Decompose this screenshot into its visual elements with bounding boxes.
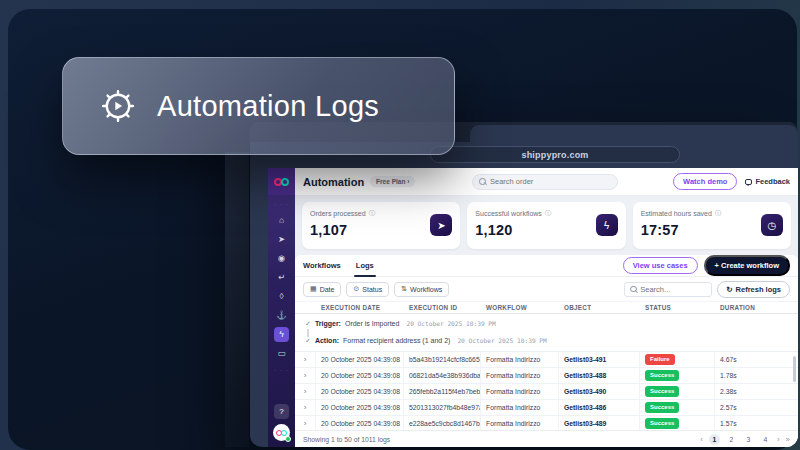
search-icon xyxy=(630,286,637,293)
refresh-logs-button[interactable]: ↻ Refresh logs xyxy=(717,281,790,298)
cell-duration: 1.57s xyxy=(715,416,798,430)
column-header[interactable]: WORKFLOW xyxy=(481,304,559,311)
action-timestamp: 20 October 2025 10:39 PM xyxy=(457,337,546,344)
browser-tab[interactable] xyxy=(470,125,798,143)
table-row[interactable]: › 20 October 2025 04:39:08 265febb2a115f… xyxy=(295,384,798,400)
column-header[interactable]: STATUS xyxy=(640,304,715,311)
cell-status: Failure xyxy=(640,352,715,367)
stat-card: Estimated hours saved ⓘ 17:57 ◷ xyxy=(633,202,791,249)
trigger-line: ✓ Trigger: Order is Imported 20 October … xyxy=(305,320,496,328)
watch-demo-button[interactable]: Watch demo xyxy=(673,173,737,190)
table-header: EXECUTION DATE EXECUTION ID WORKFLOW OBJ… xyxy=(295,301,798,314)
info-icon[interactable]: ⓘ xyxy=(715,209,722,218)
filter-button[interactable]: ▦ Date xyxy=(303,282,341,297)
table-row[interactable]: › 20 October 2025 04:39:08 b5a43b19214cf… xyxy=(295,352,798,368)
prev-page-icon[interactable]: ‹ xyxy=(700,435,703,444)
page-button[interactable]: 2 xyxy=(726,434,737,445)
shippypro-logo-tile[interactable] xyxy=(268,168,295,195)
status-badge: Failure xyxy=(645,354,675,365)
search-icon xyxy=(479,178,486,185)
row-expand-chevron[interactable]: › xyxy=(295,400,316,415)
info-icon[interactable]: ⓘ xyxy=(369,209,376,218)
next-page-icon[interactable]: › xyxy=(777,435,780,444)
home-icon[interactable]: ⌂ xyxy=(274,213,289,228)
tab[interactable]: Logs xyxy=(356,255,374,276)
row-expand-chevron[interactable]: › xyxy=(295,368,316,383)
table-row[interactable]: › 20 October 2025 04:39:08 06821da54e38b… xyxy=(295,368,798,384)
return-arrow-icon[interactable]: ↵ xyxy=(274,270,289,285)
app-main: Automation Free Plan › Watch demo Feedba… xyxy=(295,168,798,447)
filter-label: Workflows xyxy=(410,286,442,293)
logs-search[interactable] xyxy=(624,282,712,297)
last-page-icon[interactable]: » xyxy=(786,435,790,444)
create-workflow-button[interactable]: + Create workflow xyxy=(704,255,790,276)
stat-label: Successful workflows xyxy=(475,210,542,217)
filter-button[interactable]: ⊙ Status xyxy=(346,282,389,297)
header-actions: Watch demo Feedback xyxy=(673,173,790,190)
table-scrollbar[interactable] xyxy=(793,356,796,382)
cell-duration: 2.38s xyxy=(715,384,798,399)
column-header[interactable]: DURATION xyxy=(715,304,798,311)
shippypro-avatar[interactable] xyxy=(273,424,290,441)
table-row[interactable]: › 20 October 2025 04:39:08 5201313027fb4… xyxy=(295,400,798,416)
filter-button[interactable]: ⇅ Workflows xyxy=(394,282,449,297)
ship-icon[interactable]: ⚓ xyxy=(274,308,289,323)
column-header[interactable]: OBJECT xyxy=(559,304,640,311)
row-expand-chevron[interactable]: › xyxy=(295,416,316,430)
filter-label: Date xyxy=(320,286,335,293)
browser-window: shippypro.com · · · ⌂ ➤ ◉ ↵ ◊ xyxy=(250,122,798,447)
row-expand-chevron[interactable]: › xyxy=(295,352,316,367)
cell-status: Success xyxy=(640,400,715,415)
cell-execution-id: b5a43b19214cfcf8c6657... xyxy=(404,352,481,367)
droplet-icon[interactable]: ◊ xyxy=(274,289,289,304)
feedback-button[interactable]: Feedback xyxy=(745,177,790,186)
backdrop-light-strip xyxy=(225,152,249,447)
cell-workflow: Formatta Indirizzo xyxy=(481,368,559,383)
sidebar-bottom: ? xyxy=(273,404,290,447)
cell-object: Getlist03-491 xyxy=(559,352,640,367)
cell-object: Getlist03-489 xyxy=(559,416,640,430)
status-badge: Success xyxy=(645,418,679,429)
order-search-input[interactable] xyxy=(490,177,611,186)
cell-execution-id: 265febb2a115f4eb7beb5... xyxy=(404,384,481,399)
step-connector xyxy=(307,329,309,337)
trigger-label: Trigger: xyxy=(315,320,341,327)
send-icon[interactable]: ➤ xyxy=(274,232,289,247)
page-button[interactable]: 1 xyxy=(709,434,720,445)
info-icon[interactable]: ⓘ xyxy=(545,209,552,218)
cell-duration: 4.67s xyxy=(715,352,798,367)
order-search[interactable] xyxy=(472,174,618,190)
address-bar[interactable]: shippypro.com xyxy=(430,146,680,163)
cell-execution-date: 20 October 2025 04:39:08 xyxy=(316,368,404,383)
page-button[interactable]: 4 xyxy=(760,434,771,445)
view-use-cases-button[interactable]: View use cases xyxy=(623,257,698,274)
cell-execution-date: 20 October 2025 04:39:08 xyxy=(316,352,404,367)
status-badge: Success xyxy=(645,402,679,413)
column-header[interactable]: EXECUTION ID xyxy=(404,304,481,311)
help-icon[interactable]: ? xyxy=(274,404,289,419)
automation-bolt-icon[interactable]: ϟ xyxy=(274,327,289,342)
page-button[interactable]: 3 xyxy=(743,434,754,445)
tab[interactable]: Workflows xyxy=(303,255,341,276)
status-badge: Success xyxy=(645,386,679,397)
logs-search-input[interactable] xyxy=(640,285,706,294)
column-header[interactable]: EXECUTION DATE xyxy=(316,304,404,311)
cell-status: Success xyxy=(640,368,715,383)
pagination: ‹ 1 2 3 4 › xyxy=(700,434,790,445)
trigger-timestamp: 20 October 2025 10:39 PM xyxy=(406,320,495,327)
filters-row: ▦ Date ⊙ Status ⇅ Workflows xyxy=(295,277,798,301)
table-footer: Showing 1 to 50 of 1011 logs ‹ 1 2 3 xyxy=(295,430,798,447)
results-summary: Showing 1 to 50 of 1011 logs xyxy=(303,436,390,443)
table-row[interactable]: › 20 October 2025 04:39:08 e228ae5c9cbc8… xyxy=(295,416,798,430)
cell-duration: 2.57s xyxy=(715,400,798,415)
feedback-bubble-icon xyxy=(745,179,752,185)
cell-execution-id: e228ae5c9cbc8d1467be... xyxy=(404,416,481,430)
plan-badge[interactable]: Free Plan › xyxy=(370,176,415,187)
check-icon: ✓ xyxy=(305,320,311,328)
trigger-text: Order is Imported xyxy=(345,320,399,327)
sidebar-divider-dots: · · · xyxy=(274,367,288,374)
chat-icon[interactable]: ▭ xyxy=(274,346,289,361)
cell-execution-date: 20 October 2025 04:39:08 xyxy=(316,384,404,399)
row-expand-chevron[interactable]: › xyxy=(295,384,316,399)
location-pin-icon[interactable]: ◉ xyxy=(274,251,289,266)
